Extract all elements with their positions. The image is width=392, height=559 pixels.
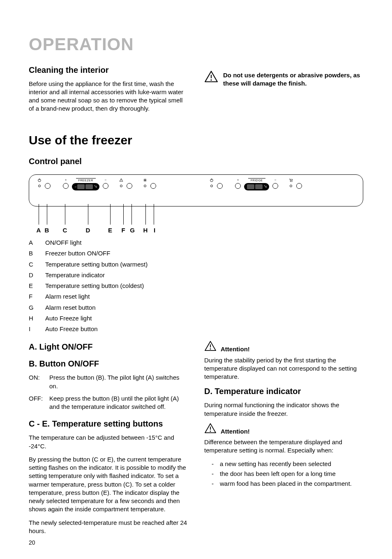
cleaning-heading: Cleaning the interior: [29, 65, 188, 76]
panel-btn-I: [150, 178, 156, 189]
fridge-led: [210, 178, 214, 187]
warning-icon: [204, 341, 217, 353]
attention-2-body: Difference between the temperature displ…: [204, 438, 363, 455]
panel-btn-G: [127, 178, 132, 189]
fridge-cart-led: [289, 178, 293, 187]
on-text: Press the button (B). The pilot light (A…: [49, 373, 188, 390]
page-number: 20: [29, 539, 35, 547]
d-body: During normal functioning the indicator …: [204, 401, 363, 418]
panel-led-A: [37, 178, 42, 187]
warning-icon: [204, 423, 217, 436]
use-of-freezer-heading: Use of the freezer: [29, 132, 363, 149]
fridge-display: FRIDGE °c: [244, 178, 269, 190]
on-label: ON:: [29, 373, 46, 390]
attention-2-list: a new setting has recently been selected…: [204, 460, 363, 488]
fridge-btn-minus: −: [272, 178, 278, 189]
panel-btn-B: [45, 178, 51, 189]
control-panel-diagram: + FREEZER –°c − + FRIDGE °c −: [29, 174, 363, 206]
ce-p3: The newly selected-temperature must be r…: [29, 519, 188, 536]
section-a-heading: A. Light ON/OFF: [29, 341, 188, 353]
section-ce-heading: C - E. Temperature setting buttons: [29, 418, 188, 429]
page-title: OPERATION: [29, 33, 363, 56]
cleaning-body: Before using the appliance for the first…: [29, 80, 188, 113]
top-warning-text: Do not use detergents or abrasive powder…: [223, 71, 363, 88]
control-panel-heading: Control panel: [29, 156, 363, 167]
panel-display-D: FREEZER –°c: [72, 178, 99, 190]
ce-p2: By pressing the button (C or E), the cur…: [29, 455, 188, 514]
legend-table: AON/OFF light BFreezer button ON/OFF CTe…: [29, 239, 363, 333]
panel-btn-E: −: [103, 178, 108, 189]
section-b-heading: B. Button ON/OFF: [29, 358, 188, 369]
fridge-cart-btn: [296, 178, 302, 189]
fridge-btn-power: [217, 178, 223, 189]
attention-label-2: Attention!: [221, 427, 250, 436]
ce-p1: The temperature can be adjusted between …: [29, 434, 188, 450]
off-text: Keep press the button (B) until the pilo…: [49, 394, 188, 411]
panel-led-F: [119, 178, 123, 187]
section-d-heading: D. Temperature indicator: [204, 386, 363, 397]
warning-icon: [204, 70, 218, 85]
attention-1-body: During the stability period by the first…: [204, 356, 363, 381]
fridge-btn-plus: +: [235, 178, 241, 189]
callout-labels: A B C D E F G H I: [29, 204, 363, 233]
off-label: OFF:: [29, 394, 46, 411]
panel-btn-C: +: [63, 178, 69, 189]
attention-label-1: Attention!: [221, 345, 250, 353]
panel-led-H: [143, 178, 147, 187]
